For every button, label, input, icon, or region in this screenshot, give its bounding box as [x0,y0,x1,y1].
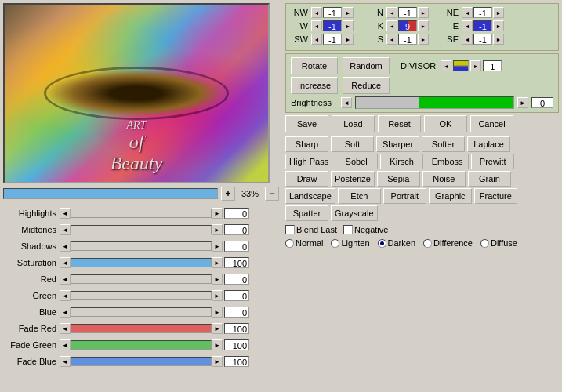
matrix-val-2-1[interactable]: -1 [398,34,417,45]
slider-right-btn-0[interactable]: ► [212,208,223,219]
slider-right-btn-3[interactable]: ► [212,257,223,268]
effect-btn-laplace[interactable]: Laplace [467,136,510,152]
effect-btn-grayscale[interactable]: Grayscale [331,205,378,221]
matrix-left-btn-0-2[interactable]: ◄ [462,7,473,18]
effect-btn-graphic[interactable]: Graphic [429,188,472,204]
matrix-val-1-1[interactable]: 9 [398,20,417,31]
brightness-right-btn[interactable]: ► [517,97,528,108]
matrix-val-1-2[interactable]: -1 [473,20,492,31]
divisor-value[interactable]: 1 [483,60,502,71]
slider-track-2[interactable] [71,241,212,251]
slider-left-btn-3[interactable]: ◄ [60,257,71,268]
slider-track-3[interactable] [71,258,212,267]
mode-radio-normal[interactable]: Normal [285,238,323,248]
matrix-left-btn-2-0[interactable]: ◄ [311,34,322,45]
slider-left-btn-1[interactable]: ◄ [60,224,71,235]
divisor-right-btn[interactable]: ► [470,60,481,71]
matrix-val-1-0[interactable]: -1 [323,20,342,31]
slider-left-btn-9[interactable]: ◄ [60,356,71,367]
brightness-track[interactable] [355,96,514,109]
slider-val-0[interactable]: 0 [224,208,249,219]
slider-left-btn-8[interactable]: ◄ [60,339,71,350]
effect-btn-kirsch[interactable]: Kirsch [380,154,423,169]
slider-val-1[interactable]: 0 [224,224,249,235]
matrix-val-2-2[interactable]: -1 [473,34,492,45]
negative-checkbox[interactable]: Negative [343,225,388,234]
slider-val-3[interactable]: 100 [224,257,249,268]
effect-btn-spatter[interactable]: Spatter [285,205,328,221]
matrix-right-btn-0-0[interactable]: ► [343,7,354,18]
matrix-val-2-0[interactable]: -1 [323,34,342,45]
blend-last-box[interactable] [285,225,295,234]
slider-val-6[interactable]: 0 [224,307,249,318]
reduce-button[interactable]: Reduce [343,77,390,94]
matrix-right-btn-2-1[interactable]: ► [418,34,429,45]
slider-right-btn-6[interactable]: ► [212,307,223,318]
matrix-left-btn-2-2[interactable]: ◄ [462,34,473,45]
matrix-val-0-0[interactable]: -1 [323,7,342,18]
slider-track-9[interactable] [71,357,212,366]
matrix-left-btn-0-0[interactable]: ◄ [311,7,322,18]
slider-val-8[interactable]: 100 [224,339,249,350]
effect-btn-posterize[interactable]: Posterize [331,171,375,187]
save-button[interactable]: Save [285,115,328,132]
matrix-right-btn-1-1[interactable]: ► [418,20,429,31]
negative-box[interactable] [343,225,353,234]
matrix-val-0-1[interactable]: -1 [398,7,417,18]
zoom-track[interactable] [3,188,218,199]
slider-track-1[interactable] [71,225,212,234]
matrix-right-btn-0-1[interactable]: ► [418,7,429,18]
effect-btn-sobel[interactable]: Sobel [335,154,378,169]
slider-track-8[interactable] [71,340,212,350]
random-button[interactable]: Random [343,57,390,74]
brightness-value[interactable]: 0 [531,97,553,108]
brightness-left-btn[interactable]: ◄ [341,97,352,108]
slider-track-6[interactable] [71,307,212,317]
effect-btn-noise[interactable]: Noise [422,171,466,187]
slider-val-7[interactable]: 100 [224,323,249,334]
effect-btn-prewitt[interactable]: Prewitt [471,154,514,169]
slider-right-btn-2[interactable]: ► [212,241,223,252]
slider-right-btn-4[interactable]: ► [212,274,223,285]
slider-left-btn-4[interactable]: ◄ [60,274,71,285]
slider-val-4[interactable]: 0 [224,274,249,285]
matrix-right-btn-2-0[interactable]: ► [343,34,354,45]
slider-track-5[interactable] [71,291,212,300]
slider-val-5[interactable]: 0 [224,290,249,301]
slider-right-btn-5[interactable]: ► [212,290,223,301]
reset-button[interactable]: Reset [378,115,421,132]
matrix-left-btn-1-0[interactable]: ◄ [311,20,322,31]
matrix-val-0-2[interactable]: -1 [473,7,492,18]
matrix-right-btn-1-0[interactable]: ► [343,20,354,31]
increase-button[interactable]: Increase [291,77,338,94]
mode-radio-difference[interactable]: Difference [423,238,473,248]
matrix-left-btn-0-1[interactable]: ◄ [386,7,397,18]
slider-val-9[interactable]: 100 [224,356,249,367]
slider-right-btn-7[interactable]: ► [212,323,223,334]
effect-btn-sepia[interactable]: Sepia [377,171,420,187]
slider-right-btn-8[interactable]: ► [212,339,223,350]
mode-radio-diffuse[interactable]: Diffuse [480,238,517,248]
matrix-right-btn-0-2[interactable]: ► [493,7,504,18]
slider-left-btn-2[interactable]: ◄ [60,241,71,252]
slider-left-btn-6[interactable]: ◄ [60,307,71,318]
slider-right-btn-9[interactable]: ► [212,356,223,367]
mode-radio-darken[interactable]: Darken [378,238,415,248]
effect-btn-fracture[interactable]: Fracture [474,188,517,204]
effect-btn-soft[interactable]: Soft [331,136,374,152]
cancel-button[interactable]: Cancel [470,115,513,132]
matrix-right-btn-1-2[interactable]: ► [493,20,504,31]
matrix-left-btn-2-1[interactable]: ◄ [386,34,397,45]
effect-btn-draw[interactable]: Draw [285,171,328,187]
ok-button[interactable]: OK [424,115,467,132]
slider-track-0[interactable] [71,209,212,218]
slider-right-btn-1[interactable]: ► [212,224,223,235]
effect-btn-portrait[interactable]: Portrait [383,188,426,204]
load-button[interactable]: Load [332,115,375,132]
effect-btn-sharp[interactable]: Sharp [285,136,328,152]
slider-track-4[interactable] [71,274,212,284]
minus-btn[interactable]: − [265,187,279,201]
mode-radio-lighten[interactable]: Lighten [331,238,369,248]
effect-btn-high-pass[interactable]: High Pass [285,154,332,169]
slider-left-btn-5[interactable]: ◄ [60,290,71,301]
